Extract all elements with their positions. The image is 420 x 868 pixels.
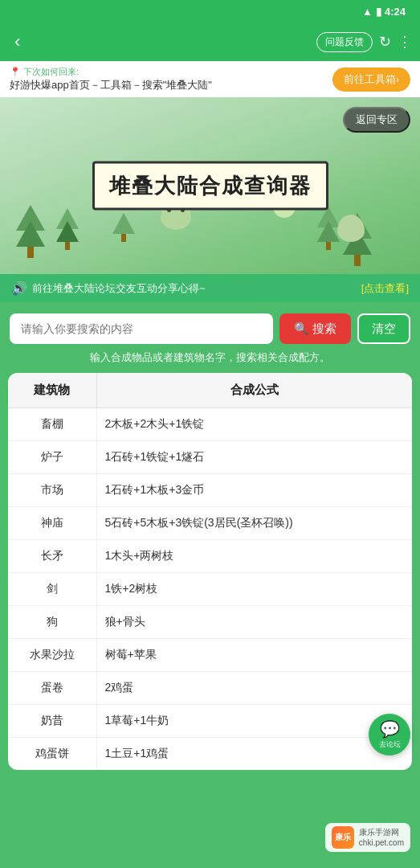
feedback-button[interactable]: 问题反馈 bbox=[316, 32, 373, 52]
watermark-text: 康乐手游网 chki.pet.com bbox=[359, 827, 404, 848]
wifi-icon: ▲ bbox=[362, 6, 373, 18]
hero-area: 返回专区 堆叠大陆合成查询器 bbox=[0, 97, 420, 274]
search-button[interactable]: 🔍 搜索 bbox=[279, 313, 351, 344]
forum-float-button[interactable]: 💬 去论坛 bbox=[369, 714, 410, 755]
formula-cell: 2木板+2木头+1铁锭 bbox=[96, 408, 412, 441]
building-cell: 长矛 bbox=[8, 540, 96, 573]
building-cell: 鸡蛋饼 bbox=[8, 738, 96, 771]
refresh-button[interactable]: ↻ bbox=[379, 33, 391, 51]
watermark: 康乐 康乐手游网 chki.pet.com bbox=[325, 823, 410, 852]
return-zone-button[interactable]: 返回专区 bbox=[343, 107, 410, 133]
formula-cell: 1土豆+1鸡蛋 bbox=[96, 738, 412, 771]
forum-float-label: 去论坛 bbox=[379, 739, 401, 750]
table-row: 炉子1石砖+1铁锭+1燧石 bbox=[8, 441, 412, 474]
table-row: 畜棚2木板+2木头+1铁锭 bbox=[8, 408, 412, 441]
tree-decoration-2 bbox=[56, 208, 79, 250]
formula-cell: 1草莓+1牛奶 bbox=[96, 705, 412, 738]
col1-header: 建筑物 bbox=[8, 373, 96, 408]
goto-toolbox-button[interactable]: 前往工具箱› bbox=[332, 68, 410, 92]
notice-bar: 📍 下次如何回来: 好游快爆app首页－工具箱－搜索"堆叠大陆" 前往工具箱› bbox=[0, 61, 420, 97]
table-wrapper: 建筑物 合成公式 畜棚2木板+2木头+1铁锭炉子1石砖+1铁锭+1燧石市场1石砖… bbox=[8, 373, 412, 770]
battery-icon: ▮ bbox=[376, 6, 381, 18]
table-section: 建筑物 合成公式 畜棚2木板+2木头+1铁锭炉子1石砖+1铁锭+1燧石市场1石砖… bbox=[0, 373, 420, 834]
formula-cell: 1石砖+1木板+3金币 bbox=[96, 474, 412, 507]
table-row: 狗狼+骨头 bbox=[8, 606, 412, 639]
search-hint: 输入合成物品或者建筑物名字，搜索相关合成配方。 bbox=[10, 350, 410, 365]
forum-notice-bar: 🔊 前往堆叠大陆论坛交友互动分享心得~ [点击查看] bbox=[0, 274, 420, 302]
table-row: 长矛1木头+两树枝 bbox=[8, 540, 412, 573]
table-row: 鸡蛋饼1土豆+1鸡蛋 bbox=[8, 738, 412, 771]
synthesis-table: 建筑物 合成公式 畜棚2木板+2木头+1铁锭炉子1石砖+1铁锭+1燧石市场1石砖… bbox=[8, 373, 412, 770]
character-3 bbox=[337, 215, 365, 242]
time-display: 4:24 bbox=[385, 6, 406, 18]
formula-cell: 1石砖+1铁锭+1燧石 bbox=[96, 441, 412, 474]
tree-decoration-1 bbox=[16, 205, 45, 258]
notice-path: 好游快爆app首页－工具箱－搜索"堆叠大陆" bbox=[10, 78, 212, 92]
clear-button[interactable]: 清空 bbox=[357, 313, 410, 344]
table-row: 市场1石砖+1木板+3金币 bbox=[8, 474, 412, 507]
search-input-wrapper bbox=[10, 313, 273, 344]
top-nav: ‹ 问题反馈 ↻ ⋮ bbox=[0, 23, 420, 61]
table-row: 奶昔1草莓+1牛奶 bbox=[8, 705, 412, 738]
building-cell: 奶昔 bbox=[8, 705, 96, 738]
building-cell: 狗 bbox=[8, 606, 96, 639]
speaker-icon: 🔊 bbox=[11, 280, 27, 296]
forum-notice-text: 前往堆叠大陆论坛交友互动分享心得~ bbox=[32, 281, 206, 296]
more-button[interactable]: ⋮ bbox=[398, 33, 412, 51]
tree-decoration-5 bbox=[112, 213, 135, 242]
table-row: 水果沙拉树莓+苹果 bbox=[8, 639, 412, 672]
formula-cell: 5石砖+5木板+3铁锭(3居民(圣杯召唤)) bbox=[96, 507, 412, 540]
watermark-line1: 康乐手游网 bbox=[359, 827, 404, 837]
search-section: 🔍 搜索 清空 输入合成物品或者建筑物名字，搜索相关合成配方。 bbox=[0, 302, 420, 373]
watermark-line2: chki.pet.com bbox=[359, 837, 404, 848]
forum-notice-link[interactable]: [点击查看] bbox=[361, 281, 409, 296]
status-bar: ▲ ▮ 4:24 bbox=[0, 0, 420, 23]
building-cell: 水果沙拉 bbox=[8, 639, 96, 672]
formula-cell: 1铁+2树枝 bbox=[96, 573, 412, 606]
table-row: 神庙5石砖+5木板+3铁锭(3居民(圣杯召唤)) bbox=[8, 507, 412, 540]
search-input[interactable] bbox=[10, 313, 273, 344]
location-icon: 📍 bbox=[10, 67, 21, 76]
building-cell: 神庙 bbox=[8, 507, 96, 540]
building-cell: 畜棚 bbox=[8, 408, 96, 441]
formula-cell: 1木头+两树枝 bbox=[96, 540, 412, 573]
forum-float-icon: 💬 bbox=[380, 719, 400, 739]
hero-title: 堆叠大陆合成查询器 bbox=[92, 162, 328, 211]
tree-decoration-4 bbox=[317, 207, 340, 250]
back-button[interactable]: ‹ bbox=[8, 28, 27, 55]
building-cell: 炉子 bbox=[8, 441, 96, 474]
formula-cell: 2鸡蛋 bbox=[96, 672, 412, 705]
building-cell: 剑 bbox=[8, 573, 96, 606]
building-cell: 蛋卷 bbox=[8, 672, 96, 705]
table-row: 剑1铁+2树枝 bbox=[8, 573, 412, 606]
table-header-row: 建筑物 合成公式 bbox=[8, 373, 412, 408]
notice-hint: 📍 下次如何回来: bbox=[10, 66, 212, 78]
building-cell: 市场 bbox=[8, 474, 96, 507]
formula-cell: 狼+骨头 bbox=[96, 606, 412, 639]
col2-header: 合成公式 bbox=[96, 373, 412, 408]
table-row: 蛋卷2鸡蛋 bbox=[8, 672, 412, 705]
formula-cell: 树莓+苹果 bbox=[96, 639, 412, 672]
watermark-logo: 康乐 bbox=[332, 826, 354, 849]
